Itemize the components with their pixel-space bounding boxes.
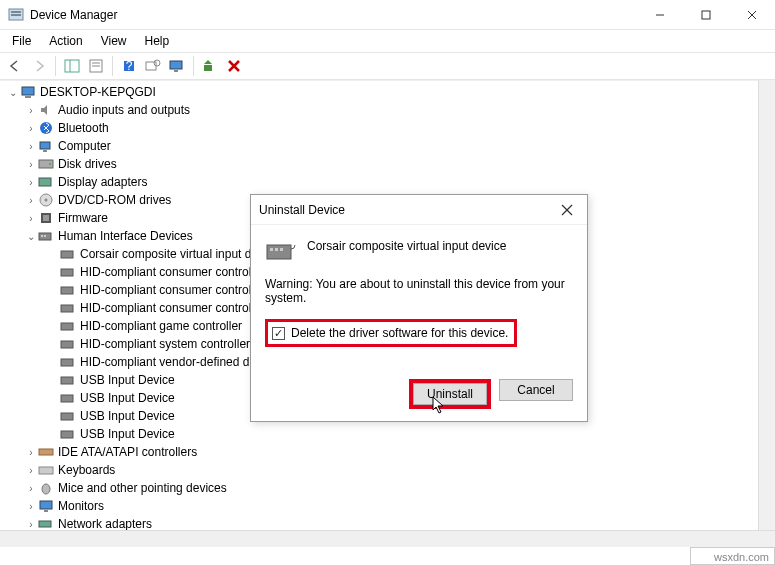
svg-rect-2 — [11, 14, 21, 16]
chevron-right-icon[interactable]: › — [24, 211, 38, 225]
delete-driver-label: Delete the driver software for this devi… — [291, 326, 508, 340]
svg-point-30 — [45, 199, 48, 202]
hid-device-icon — [60, 300, 76, 316]
ide-icon — [38, 444, 54, 460]
display-adapter-icon — [38, 174, 54, 190]
uninstall-icon[interactable] — [223, 55, 245, 77]
hid-device-icon — [60, 408, 76, 424]
hid-device-icon — [60, 318, 76, 334]
close-button[interactable] — [729, 0, 775, 30]
scan-hardware-icon[interactable] — [142, 55, 164, 77]
hid-device-icon — [60, 246, 76, 262]
uninstall-highlight-frame: Uninstall — [409, 379, 491, 409]
tree-bluetooth[interactable]: ›Bluetooth — [6, 119, 775, 137]
chevron-right-icon[interactable]: › — [24, 157, 38, 171]
dialog-title: Uninstall Device — [259, 203, 555, 217]
chevron-down-icon[interactable]: ⌄ — [24, 229, 38, 243]
chevron-right-icon[interactable]: › — [24, 103, 38, 117]
svg-rect-43 — [61, 377, 73, 384]
pc-icon — [38, 138, 54, 154]
update-driver-icon[interactable] — [199, 55, 221, 77]
hid-device-icon — [60, 282, 76, 298]
svg-rect-59 — [275, 248, 278, 251]
tree-audio[interactable]: ›Audio inputs and outputs — [6, 101, 775, 119]
tree-hid-item[interactable]: USB Input Device — [6, 425, 775, 443]
dialog-warning-text: Warning: You are about to uninstall this… — [265, 277, 573, 305]
checkbox-checked-icon[interactable]: ✓ — [272, 327, 285, 340]
svg-rect-28 — [39, 178, 51, 186]
properties-icon[interactable] — [85, 55, 107, 77]
svg-rect-25 — [43, 150, 47, 152]
svg-rect-17 — [174, 70, 178, 72]
help-icon[interactable]: ? — [118, 55, 140, 77]
chevron-right-icon[interactable]: › — [24, 139, 38, 153]
svg-rect-18 — [204, 65, 212, 71]
uninstall-device-dialog: Uninstall Device Corsair composite virtu… — [250, 194, 588, 422]
forward-icon[interactable] — [28, 55, 50, 77]
tree-root[interactable]: ⌄ DESKTOP-KEPQGDI — [6, 83, 775, 101]
dialog-close-button[interactable] — [555, 198, 579, 222]
svg-point-49 — [42, 484, 50, 494]
chevron-right-icon[interactable]: › — [24, 175, 38, 189]
svg-rect-50 — [40, 501, 52, 509]
svg-rect-39 — [61, 305, 73, 312]
dialog-device-name: Corsair composite virtual input device — [307, 237, 506, 253]
chevron-right-icon[interactable]: › — [24, 517, 38, 531]
chevron-right-icon[interactable]: › — [24, 445, 38, 459]
svg-rect-37 — [61, 269, 73, 276]
chevron-down-icon[interactable]: ⌄ — [6, 85, 20, 99]
hid-device-icon — [60, 264, 76, 280]
back-icon[interactable] — [4, 55, 26, 77]
title-bar: Device Manager — [0, 0, 775, 30]
hid-device-icon — [60, 372, 76, 388]
tree-ide[interactable]: ›IDE ATA/ATAPI controllers — [6, 443, 775, 461]
menu-help[interactable]: Help — [137, 32, 178, 50]
svg-rect-7 — [65, 60, 79, 72]
svg-point-15 — [154, 60, 160, 66]
chevron-right-icon[interactable]: › — [24, 121, 38, 135]
svg-rect-45 — [61, 413, 73, 420]
cdrom-icon — [38, 192, 54, 208]
svg-point-27 — [49, 163, 51, 165]
app-icon — [8, 7, 24, 23]
tree-display[interactable]: ›Display adapters — [6, 173, 775, 191]
chevron-right-icon[interactable]: › — [24, 463, 38, 477]
hid-device-icon — [60, 336, 76, 352]
monitor-icon[interactable] — [166, 55, 188, 77]
svg-rect-38 — [61, 287, 73, 294]
svg-rect-52 — [39, 521, 51, 527]
uninstall-button[interactable]: Uninstall — [413, 383, 487, 405]
maximize-button[interactable] — [683, 0, 729, 30]
svg-rect-44 — [61, 395, 73, 402]
window-title: Device Manager — [30, 8, 637, 22]
svg-rect-51 — [44, 510, 48, 512]
menu-file[interactable]: File — [4, 32, 39, 50]
tree-keyboards[interactable]: ›Keyboards — [6, 461, 775, 479]
minimize-button[interactable] — [637, 0, 683, 30]
monitor-icon — [38, 498, 54, 514]
tree-mice[interactable]: ›Mice and other pointing devices — [6, 479, 775, 497]
menu-view[interactable]: View — [93, 32, 135, 50]
chevron-right-icon[interactable]: › — [24, 193, 38, 207]
svg-rect-24 — [40, 142, 50, 149]
keyboard-icon — [38, 462, 54, 478]
vertical-scrollbar[interactable] — [758, 80, 775, 530]
delete-driver-checkbox-row[interactable]: ✓ Delete the driver software for this de… — [265, 319, 517, 347]
toolbar: ? — [0, 52, 775, 80]
chevron-right-icon[interactable]: › — [24, 499, 38, 513]
tree-computer[interactable]: ›Computer — [6, 137, 775, 155]
tree-monitors[interactable]: ›Monitors — [6, 497, 775, 515]
svg-rect-60 — [280, 248, 283, 251]
chevron-right-icon[interactable]: › — [24, 481, 38, 495]
horizontal-scrollbar[interactable] — [0, 530, 775, 547]
svg-rect-42 — [61, 359, 73, 366]
tree-disk[interactable]: ›Disk drives — [6, 155, 775, 173]
svg-rect-21 — [22, 87, 34, 95]
menu-bar: File Action View Help — [0, 30, 775, 52]
cancel-button[interactable]: Cancel — [499, 379, 573, 401]
svg-rect-46 — [61, 431, 73, 438]
hid-device-icon — [60, 426, 76, 442]
menu-action[interactable]: Action — [41, 32, 90, 50]
svg-rect-36 — [61, 251, 73, 258]
show-hide-tree-icon[interactable] — [61, 55, 83, 77]
